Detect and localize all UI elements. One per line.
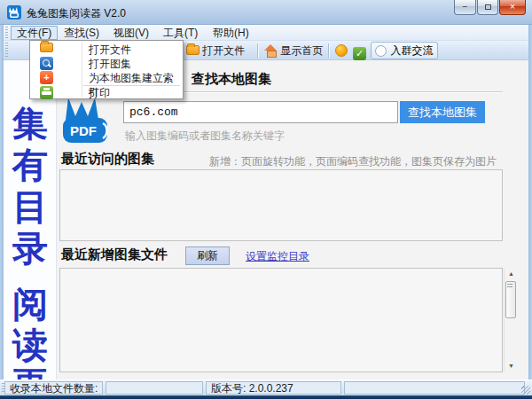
- status-file-count: 收录本地文件数量: 0: [4, 381, 103, 395]
- qq-icon: [375, 45, 387, 57]
- window-title: 兔兔图集阅读器 V2.0: [27, 6, 126, 21]
- app-window: 兔兔图集阅读器 V2.0 − × 文件(F) 查找(S) 视图(V) 工具(T)…: [0, 0, 532, 399]
- home-icon: [264, 44, 278, 56]
- menu-view[interactable]: 视图(V): [108, 26, 154, 40]
- scrollbar-grip: [507, 284, 512, 289]
- magnifier-icon: [40, 57, 53, 70]
- menu-item-open-atlas[interactable]: 打开图集: [30, 57, 183, 71]
- search-input[interactable]: [123, 101, 398, 123]
- sidebar-banner: 集 有 目 录 阅 读 更 快: [4, 60, 57, 379]
- app-icon: [7, 5, 21, 20]
- join-group-label: 入群交流: [390, 44, 433, 57]
- green-check-icon: ✓: [353, 47, 366, 60]
- list-scrollbar[interactable]: ▲ ▼: [504, 269, 517, 372]
- close-button[interactable]: ×: [499, 0, 526, 15]
- file-dropdown-menu: 打开文件 打开图集 + 为本地图集建立索引 打印: [29, 40, 184, 99]
- menu-item-label: 打印: [89, 86, 110, 100]
- menu-item-label: 打开文件: [89, 43, 131, 57]
- search-section-title: 查找本地图集: [192, 71, 271, 88]
- menu-search[interactable]: 查找(S): [59, 26, 105, 40]
- plus-icon: +: [40, 71, 53, 84]
- scroll-up-icon[interactable]: ▲: [505, 269, 518, 279]
- main-content: 查找本地图集 PDF 查找本地图集 输入图集编码或者图集名称关键字 最近访问的图…: [58, 60, 518, 379]
- search-hint: 输入图集编码或者图集名称关键字: [125, 129, 285, 144]
- resize-grip[interactable]: [521, 386, 530, 395]
- menubar: 文件(F) 查找(S) 视图(V) 工具(T) 帮助(H): [4, 25, 528, 41]
- coin-icon: [335, 44, 348, 57]
- menu-item-build-index[interactable]: + 为本地图集建立索引: [30, 71, 183, 85]
- toolbar-show-home-button[interactable]: 显示首页: [264, 42, 323, 59]
- toolbar-grip[interactable]: [5, 43, 8, 58]
- status-panel-empty: [344, 381, 525, 395]
- scroll-down-icon[interactable]: ▼: [505, 361, 518, 372]
- menu-help[interactable]: 帮助(H): [207, 26, 254, 40]
- toolbar-separator: [257, 43, 258, 58]
- recent-atlases-list[interactable]: [59, 169, 503, 241]
- folder-icon: [40, 43, 53, 52]
- menubar-grip[interactable]: [5, 27, 8, 38]
- titlebar[interactable]: 兔兔图集阅读器 V2.0 − ×: [0, 0, 532, 25]
- client-area: 集 有 目 录 阅 读 更 快 查找本地图集 PDF 查找本地图集 输入图集编码…: [4, 60, 528, 379]
- refresh-button[interactable]: 刷新: [185, 246, 230, 265]
- minimize-button[interactable]: −: [454, 0, 476, 15]
- window-border-right: [528, 25, 532, 395]
- statusbar: 收录本地文件数量: 0 版本号: 2.0.0.237: [0, 379, 532, 395]
- sidebar-char: 更: [4, 360, 57, 379]
- folder-icon: [186, 45, 200, 55]
- printer-icon: [40, 86, 53, 99]
- menu-tools[interactable]: 工具(T): [158, 26, 203, 40]
- new-features-note: 新增：页面旋转功能，页面编码查找功能，图集页保存为图片: [209, 154, 497, 169]
- recent-section-title: 最近访问的图集: [61, 151, 154, 168]
- toolbar-join-group-button[interactable]: 入群交流: [371, 42, 438, 59]
- sidebar-char: 录: [4, 224, 57, 273]
- new-files-list[interactable]: [59, 268, 503, 372]
- menu-item-print[interactable]: 打印: [30, 86, 183, 100]
- status-panel-empty: [106, 381, 203, 395]
- search-local-button[interactable]: 查找本地图集: [400, 101, 485, 123]
- rabbit-pdf-logo: PDF: [61, 97, 114, 145]
- status-version: 版本号: 2.0.0.237: [206, 381, 341, 395]
- toolbar-safety-button[interactable]: ✓: [353, 42, 366, 59]
- toolbar-open-file-label: 打开文件: [202, 44, 245, 57]
- menu-item-open-file[interactable]: 打开文件: [30, 43, 183, 57]
- window-border-bottom: [0, 395, 532, 399]
- toolbar-coin-button[interactable]: [335, 42, 348, 59]
- set-monitor-dir-link[interactable]: 设置监控目录: [246, 249, 309, 264]
- toolbar-open-file-button[interactable]: 打开文件: [186, 42, 245, 59]
- menu-item-label: 打开图集: [89, 57, 131, 71]
- maximize-button[interactable]: [477, 0, 498, 15]
- new-files-section-title: 最近新增图集文件: [61, 246, 168, 263]
- toolbar-separator: [328, 43, 329, 58]
- menu-file[interactable]: 文件(F): [11, 26, 58, 40]
- svg-text:PDF: PDF: [70, 123, 97, 138]
- maximize-icon: [485, 4, 491, 10]
- toolbar-show-home-label: 显示首页: [280, 44, 323, 57]
